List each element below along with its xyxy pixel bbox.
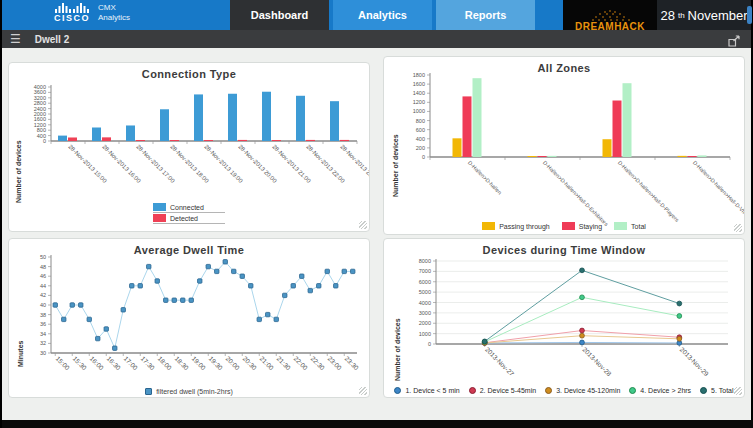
legend-swatch-icon [145, 388, 152, 395]
svg-text:D-Hallen>D-hallen>Hall-D-VIP: D-Hallen>D-hallen>Hall-D-VIP [692, 159, 744, 216]
svg-text:23:00: 23:00 [327, 355, 344, 372]
svg-text:3200: 3200 [34, 95, 46, 101]
legend-swatch-icon [545, 387, 552, 394]
date-next-button[interactable] [747, 6, 752, 24]
tab-dashboard[interactable]: Dashboard [230, 0, 329, 30]
bottom-strip [2, 420, 753, 428]
legend-item: 5. Total [700, 387, 733, 394]
report-title: Dwell 2 [35, 34, 69, 45]
cisco-wordmark: CISCO [54, 13, 90, 23]
legend-label: 3. Device 45-120min [556, 387, 620, 394]
svg-text:19:00: 19:00 [191, 355, 208, 372]
average-dwell-time-chart: 303234363840424446485015:0015:3016:0016:… [9, 239, 369, 397]
svg-text:6000: 6000 [419, 279, 431, 285]
svg-text:D-Hallen>D-hallen>Hall-D-Playe: D-Hallen>D-hallen>Hall-D-Players [617, 159, 681, 223]
cisco-brand: CISCO CMX Analytics [54, 2, 130, 23]
svg-text:22:30: 22:30 [310, 355, 327, 372]
average-dwell-time-legend: filtered dwell (5min-2hrs) [9, 388, 369, 395]
devices-time-window-chart: 0100020003000400050006000700080002013-No… [384, 239, 744, 397]
legend-item: 4. Device > 2hrs [629, 387, 691, 394]
legend-label: 5. Total [711, 387, 733, 394]
legend-label: Passing through [499, 223, 550, 230]
svg-text:21:30: 21:30 [276, 355, 293, 372]
svg-text:400: 400 [37, 133, 46, 139]
svg-text:23:30: 23:30 [344, 355, 361, 372]
svg-text:1600: 1600 [413, 81, 425, 87]
product-line1: CMX [98, 3, 130, 12]
legend-label: 4. Device > 2hrs [640, 387, 691, 394]
svg-text:3000: 3000 [419, 310, 431, 316]
svg-text:19:30: 19:30 [208, 355, 225, 372]
svg-text:30: 30 [40, 350, 46, 356]
legend-item: Passing through [482, 222, 550, 230]
svg-text:2013-Nov-27: 2013-Nov-27 [484, 346, 516, 378]
cisco-logo: CISCO [54, 2, 90, 23]
svg-text:21:00: 21:00 [259, 355, 276, 372]
legend-label: Total [631, 223, 646, 230]
cisco-bars-icon [55, 2, 89, 13]
svg-text:15:00: 15:00 [55, 355, 72, 372]
svg-text:5000: 5000 [419, 289, 431, 295]
product-name: CMX Analytics [98, 3, 130, 21]
svg-text:4000: 4000 [419, 300, 431, 306]
legend-label: 1. Device < 5 min [405, 387, 459, 394]
panel-devices-time-window: Devices during Time Window Number of dev… [383, 238, 745, 398]
svg-text:40: 40 [40, 302, 46, 308]
svg-text:1000: 1000 [413, 108, 425, 114]
svg-text:20:00: 20:00 [225, 355, 242, 372]
legend-swatch-icon [153, 203, 166, 211]
legend-item: 1. Device < 5 min [394, 387, 459, 394]
legend-swatch-icon [394, 387, 401, 394]
svg-text:3600: 3600 [34, 89, 46, 95]
legend-item: Staying [562, 222, 602, 230]
svg-text:1000: 1000 [419, 331, 431, 337]
app-window: CISCO CMX Analytics Dashboard Analytics … [2, 0, 751, 420]
svg-text:20:30: 20:30 [242, 355, 259, 372]
legend-label: 2. Device 5-45min [480, 387, 536, 394]
legend-swatch-icon [482, 222, 495, 230]
svg-text:2013-Nov-29: 2013-Nov-29 [679, 346, 711, 378]
legend-item: filtered dwell (5min-2hrs) [145, 388, 233, 395]
legend-swatch-icon [614, 222, 627, 230]
svg-text:18:00: 18:00 [157, 355, 174, 372]
svg-text:16:30: 16:30 [106, 355, 123, 372]
svg-text:800: 800 [37, 127, 46, 133]
legend-item: Detected [153, 214, 225, 224]
svg-text:2800: 2800 [34, 100, 46, 106]
date-ordinal: th [678, 11, 685, 20]
svg-text:2400: 2400 [34, 106, 46, 112]
svg-text:42: 42 [40, 292, 46, 298]
svg-text:1800: 1800 [413, 72, 425, 78]
svg-text:48: 48 [40, 264, 46, 270]
menu-icon[interactable]: ☰ [10, 33, 21, 45]
legend-label: Detected [170, 215, 198, 222]
svg-text:17:30: 17:30 [140, 355, 157, 372]
panel-average-dwell-time: Average Dwell Time Minutes 3032343638404… [8, 238, 370, 398]
legend-swatch-icon [469, 387, 476, 394]
svg-text:4000: 4000 [34, 84, 46, 90]
legend-label: Staying [579, 223, 602, 230]
svg-text:1200: 1200 [34, 122, 46, 128]
svg-text:38: 38 [40, 312, 46, 318]
svg-text:28-Nov-2013 15:00: 28-Nov-2013 15:00 [67, 143, 108, 184]
svg-text:44: 44 [40, 283, 46, 289]
legend-label: filtered dwell (5min-2hrs) [156, 388, 233, 395]
tab-analytics[interactable]: Analytics [333, 0, 432, 30]
tab-reports[interactable]: Reports [436, 0, 535, 30]
svg-text:22:00: 22:00 [293, 355, 310, 372]
legend-item: 2. Device 5-45min [469, 387, 536, 394]
svg-text:D-Hallen>D-hallen: D-Hallen>D-hallen [467, 159, 503, 195]
panel-all-zones: All Zones Number of devices 020040060080… [383, 56, 745, 235]
svg-text:1200: 1200 [413, 99, 425, 105]
svg-text:16:00: 16:00 [89, 355, 106, 372]
date-day: 28 [660, 8, 674, 23]
legend-swatch-icon [153, 214, 166, 222]
svg-text:32: 32 [40, 340, 46, 346]
svg-text:0: 0 [428, 341, 431, 347]
all-zones-chart: 020040060080010001200140016001800D-Halle… [384, 57, 744, 234]
svg-text:200: 200 [416, 145, 425, 151]
legend-swatch-icon [700, 387, 707, 394]
legend-swatch-icon [562, 222, 575, 230]
main-tabs: Dashboard Analytics Reports [230, 0, 535, 30]
svg-text:2000: 2000 [419, 320, 431, 326]
